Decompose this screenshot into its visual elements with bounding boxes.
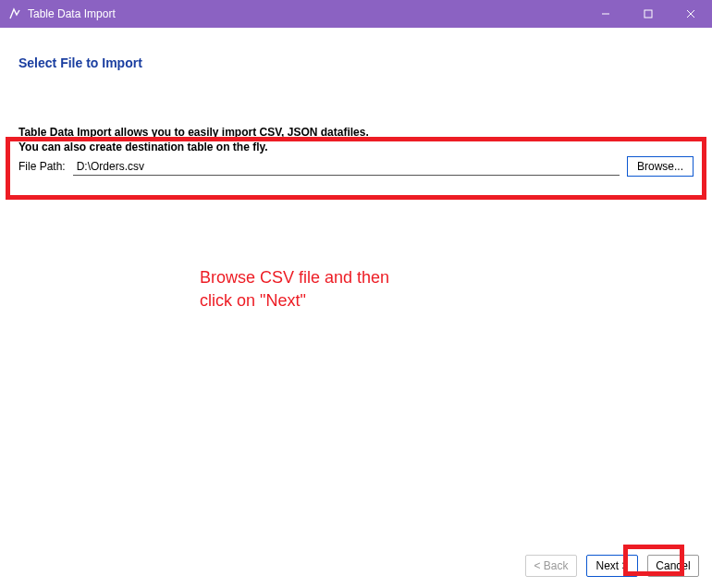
annotation-line-2: click on "Next" xyxy=(200,289,389,312)
svg-rect-1 xyxy=(644,10,652,18)
minimize-button[interactable] xyxy=(584,0,627,28)
file-path-input[interactable] xyxy=(73,158,620,176)
annotation-line-1: Browse CSV file and then xyxy=(200,266,389,289)
page-description: Table Data Import allows you to easily i… xyxy=(18,126,694,154)
annotation-text: Browse CSV file and then click on "Next" xyxy=(200,266,389,312)
window-controls xyxy=(584,0,712,28)
file-path-label: File Path: xyxy=(18,160,66,173)
file-path-row: File Path: Browse... xyxy=(18,156,694,177)
wizard-footer: < Back Next > Cancel xyxy=(525,555,699,577)
titlebar: Table Data Import xyxy=(0,0,712,28)
browse-button[interactable]: Browse... xyxy=(627,156,694,177)
maximize-button[interactable] xyxy=(627,0,669,28)
next-button[interactable]: Next > xyxy=(586,555,638,577)
desc-line-2: You can also create destination table on… xyxy=(18,141,694,155)
desc-line-1: Table Data Import allows you to easily i… xyxy=(18,126,694,141)
page-heading: Select File to Import xyxy=(18,55,694,70)
cancel-button[interactable]: Cancel xyxy=(647,555,699,577)
back-button: < Back xyxy=(525,555,577,577)
close-button[interactable] xyxy=(669,0,712,28)
app-icon xyxy=(7,6,22,21)
window-title: Table Data Import xyxy=(28,7,584,20)
